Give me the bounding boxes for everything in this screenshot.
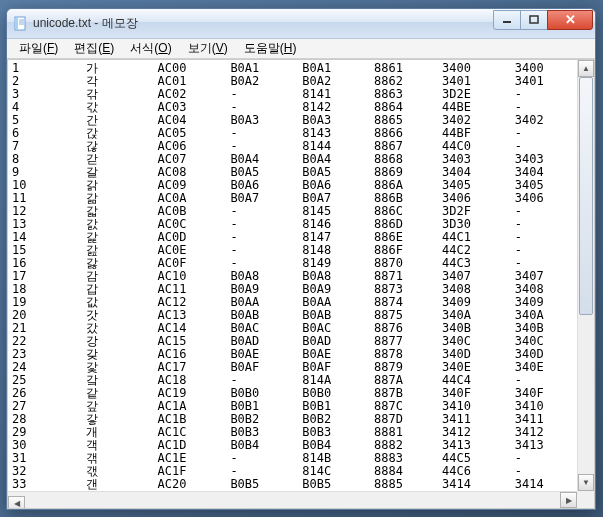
svg-rect-5	[503, 21, 511, 23]
cell: -	[230, 231, 302, 244]
cell: -	[515, 244, 573, 257]
text-content[interactable]: 1가AC00B0A1B0A18861340034002각AC01B0A2B0A2…	[8, 60, 577, 491]
cell: -	[230, 88, 302, 101]
maximize-button[interactable]	[520, 10, 548, 30]
close-button[interactable]: ✕	[547, 10, 593, 30]
cell: -	[515, 88, 573, 101]
cell: B0B5	[230, 478, 302, 491]
svg-rect-1	[16, 17, 18, 30]
window-title: unicode.txt - 메모장	[33, 15, 494, 32]
scroll-right-button[interactable]: ▶	[560, 492, 577, 508]
scroll-thumb[interactable]	[579, 77, 593, 315]
cell: 4	[12, 101, 86, 114]
menu-bar: 파일(F)편집(E)서식(O)보기(V)도움말(H)	[7, 39, 595, 59]
cell: 8	[12, 153, 86, 166]
cell: -	[230, 205, 302, 218]
cell: -	[515, 127, 573, 140]
cell: -	[515, 452, 573, 465]
cell: B0A2	[230, 75, 302, 88]
cell: -	[515, 231, 573, 244]
cell: 3401	[515, 75, 573, 88]
cell: 7	[12, 140, 86, 153]
cell: -	[230, 218, 302, 231]
menu-item-2[interactable]: 서식(O)	[122, 39, 179, 58]
menu-item-1[interactable]: 편집(E)	[66, 39, 122, 58]
cell: -	[230, 244, 302, 257]
cell: -	[515, 205, 573, 218]
svg-rect-6	[530, 16, 538, 23]
title-bar[interactable]: unicode.txt - 메모장 ✕	[7, 9, 595, 39]
scroll-down-button[interactable]: ▼	[578, 474, 594, 491]
cell: 3406	[515, 192, 573, 205]
scroll-track[interactable]	[578, 77, 594, 474]
menu-item-0[interactable]: 파일(F)	[11, 39, 66, 58]
scroll-left-button[interactable]: ◀	[8, 496, 25, 510]
cell: 3414	[515, 478, 573, 491]
menu-item-4[interactable]: 도움말(H)	[236, 39, 305, 58]
cell: 3402	[515, 114, 573, 127]
cell: 1	[12, 62, 86, 75]
content-area: 1가AC00B0A1B0A18861340034002각AC01B0A2B0A2…	[7, 59, 595, 509]
window-buttons: ✕	[494, 10, 593, 30]
minimize-button[interactable]	[493, 10, 521, 30]
scroll-up-button[interactable]: ▲	[578, 60, 594, 77]
cell: -	[230, 452, 302, 465]
cell: -	[515, 218, 573, 231]
scroll-corner	[577, 491, 594, 508]
cell: 3	[12, 88, 86, 101]
cell: B0A3	[230, 114, 302, 127]
cell: B0B4	[230, 439, 302, 452]
cell: 3413	[515, 439, 573, 452]
cell: -	[230, 127, 302, 140]
cell: 5	[12, 114, 86, 127]
vertical-scrollbar[interactable]: ▲ ▼	[577, 60, 594, 491]
cell: 2	[12, 75, 86, 88]
cell: B0A7	[230, 192, 302, 205]
menu-item-3[interactable]: 보기(V)	[180, 39, 236, 58]
app-window: unicode.txt - 메모장 ✕ 파일(F)편집(E)서식(O)보기(V)…	[6, 8, 596, 510]
cell: 340E	[515, 361, 573, 374]
notepad-icon	[13, 16, 29, 32]
cell: 6	[12, 127, 86, 140]
horizontal-scrollbar[interactable]: ◀ ▶	[8, 491, 577, 508]
cell: B0AF	[230, 361, 302, 374]
